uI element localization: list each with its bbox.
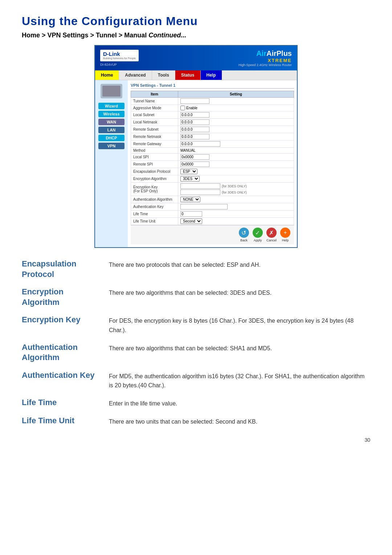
def-auth-algo: There are two algorithms that can be sel…	[109, 342, 370, 353]
remote-netmask-input[interactable]	[180, 134, 209, 139]
sidebar-item-dhcp[interactable]: DHCP	[98, 135, 124, 141]
col-item: Item	[131, 91, 178, 98]
table-row: Remote Subnet	[131, 126, 294, 133]
apply-button[interactable]: ✓	[253, 228, 263, 238]
def-auth-key: For MD5, the authentication algorithm is…	[109, 370, 370, 390]
desc-auth-algo: AuthenticationAlgorithm There are two al…	[22, 342, 370, 363]
nav-tools[interactable]: Tools	[152, 70, 175, 80]
page-title: Using the Configuration Menu	[22, 15, 370, 28]
help-btn-group: + Help	[280, 228, 290, 242]
tunnel-name-input[interactable]	[180, 98, 209, 104]
router-ui: D-Link Building Networks for People DI-8…	[94, 45, 298, 248]
table-row: Local Subnet	[131, 111, 294, 119]
cancel-button[interactable]: ✗	[266, 228, 277, 238]
table-row: Life Time	[131, 211, 294, 218]
term-auth-algo: AuthenticationAlgorithm	[22, 342, 109, 363]
table-row: Encapsulation Protocol ESP AH	[131, 168, 294, 175]
life-time-input[interactable]	[180, 211, 202, 217]
def-encapsulation: There are two protocols that can be sele…	[109, 259, 370, 270]
term-encryption-key: Encryption Key	[22, 315, 109, 325]
table-row: Tunnel Name	[131, 98, 294, 105]
content-area: VPN Settings - Tunnel 1 Item Setting Tun…	[128, 80, 297, 247]
descriptions-section: EncapsulationProtocol There are two prot…	[22, 259, 370, 426]
encryption-key-input-1[interactable]	[180, 183, 220, 189]
encapsulation-protocol-select[interactable]: ESP AH	[180, 169, 197, 174]
table-row: Remote Netmask	[131, 133, 294, 140]
desc-encapsulation: EncapsulationProtocol There are two prot…	[22, 259, 370, 279]
router-main: Wizard Wireless WAN LAN DHCP VPN VPN Set…	[95, 80, 297, 247]
table-row: Authentication Algorithm NONE SHA1 MD5	[131, 196, 294, 203]
nav-bar: Home Advanced Tools Status Help	[95, 70, 297, 80]
nav-home[interactable]: Home	[95, 70, 119, 80]
sidebar-item-lan[interactable]: LAN	[98, 127, 124, 133]
term-life-time-unit: Life Time Unit	[22, 416, 109, 426]
cancel-btn-group: ✗ Cancel	[266, 228, 277, 242]
nav-status[interactable]: Status	[175, 70, 201, 80]
term-auth-key: Authentication Key	[22, 370, 109, 381]
desc-encryption-algo: EncryptionAlgorithm There are two algori…	[22, 287, 370, 307]
page-number: 30	[22, 437, 370, 443]
encryption-algorithm-select[interactable]: 3DES DES	[180, 176, 200, 181]
help-label: Help	[282, 238, 289, 242]
router-header: D-Link Building Networks for People DI-8…	[95, 46, 297, 70]
local-subnet-input[interactable]	[180, 112, 209, 118]
life-time-unit-select[interactable]: Second KB	[180, 219, 202, 224]
vpn-section-title: VPN Settings - Tunnel 1	[131, 83, 294, 89]
table-row: Life Time Unit Second KB	[131, 218, 294, 225]
apply-label: Apply	[254, 238, 262, 242]
local-netmask-input[interactable]	[180, 119, 209, 125]
term-encapsulation: EncapsulationProtocol	[22, 259, 109, 279]
help-button[interactable]: +	[280, 228, 290, 238]
desc-auth-key: Authentication Key For MD5, the authenti…	[22, 370, 370, 390]
back-label: Back	[240, 238, 248, 242]
table-row: Encryption Key(For ESP Only) (for 3DES O…	[131, 183, 294, 196]
encryption-key-input-2[interactable]	[180, 189, 220, 195]
back-btn-group: ↺ Back	[239, 228, 249, 242]
table-row: Remote Gateway	[131, 140, 294, 148]
device-image	[101, 84, 122, 98]
section-subtitle: Home > VPN Settings > Tunnel > Manual Co…	[22, 32, 370, 39]
remote-gateway-input[interactable]	[180, 141, 220, 147]
aggressive-mode-label: Enable	[180, 106, 291, 110]
auth-key-input[interactable]	[180, 204, 228, 209]
sidebar-item-wireless[interactable]: Wireless	[98, 111, 124, 117]
def-encryption-algo: There are two algorithms that can be sel…	[109, 287, 370, 298]
term-life-time: Life Time	[22, 397, 109, 408]
def-life-time: Enter in the life time value.	[109, 397, 370, 408]
term-encryption-algo: EncryptionAlgorithm	[22, 287, 109, 307]
airplus-logo: AirAirPlus XTREME High-Speed 2.4GHz Wire…	[238, 49, 292, 67]
table-row: Aggressive Mode Enable	[131, 105, 294, 111]
method-value: MANUAL	[180, 148, 196, 152]
col-setting: Setting	[178, 91, 294, 98]
sidebar: Wizard Wireless WAN LAN DHCP VPN	[95, 80, 128, 247]
table-row: Local SPI	[131, 154, 294, 161]
action-buttons: ↺ Back ✓ Apply ✗ Cancel + Help	[131, 225, 294, 244]
sidebar-item-vpn[interactable]: VPN	[98, 143, 124, 149]
aggressive-mode-checkbox[interactable]	[180, 106, 185, 110]
table-row: Encryption Algorithm 3DES DES	[131, 175, 294, 183]
back-button[interactable]: ↺	[239, 228, 249, 238]
vpn-table: Item Setting Tunnel Name Aggressive Mode	[131, 91, 294, 225]
subtitle-continued: Continued...	[148, 32, 186, 39]
nav-advanced[interactable]: Advanced	[119, 70, 152, 80]
sidebar-item-wan[interactable]: WAN	[98, 119, 124, 125]
desc-life-time-unit: Life Time Unit There are two units that …	[22, 416, 370, 427]
table-row: Method MANUAL	[131, 148, 294, 154]
table-row: Remote SPI	[131, 161, 294, 168]
auth-algorithm-select[interactable]: NONE SHA1 MD5	[180, 197, 200, 202]
remote-spi-input[interactable]	[180, 162, 209, 167]
desc-life-time: Life Time Enter in the life time value.	[22, 397, 370, 408]
local-spi-input[interactable]	[180, 154, 209, 160]
table-row: Authentication Key	[131, 203, 294, 211]
remote-subnet-input[interactable]	[180, 127, 209, 132]
dlink-logo: D-Link Building Networks for People	[100, 50, 139, 61]
def-encryption-key: For DES, the encryption key is 8 bytes (…	[109, 315, 370, 335]
table-row: Local Netmask	[131, 119, 294, 126]
cancel-label: Cancel	[266, 238, 277, 242]
nav-help[interactable]: Help	[201, 70, 222, 80]
subtitle-prefix: Home > VPN Settings > Tunnel > Manual	[22, 32, 148, 39]
def-life-time-unit: There are two units that can be selected…	[109, 416, 370, 427]
apply-btn-group: ✓ Apply	[253, 228, 263, 242]
sidebar-item-wizard[interactable]: Wizard	[98, 103, 124, 109]
device-id: DI-824VUP	[100, 63, 117, 66]
